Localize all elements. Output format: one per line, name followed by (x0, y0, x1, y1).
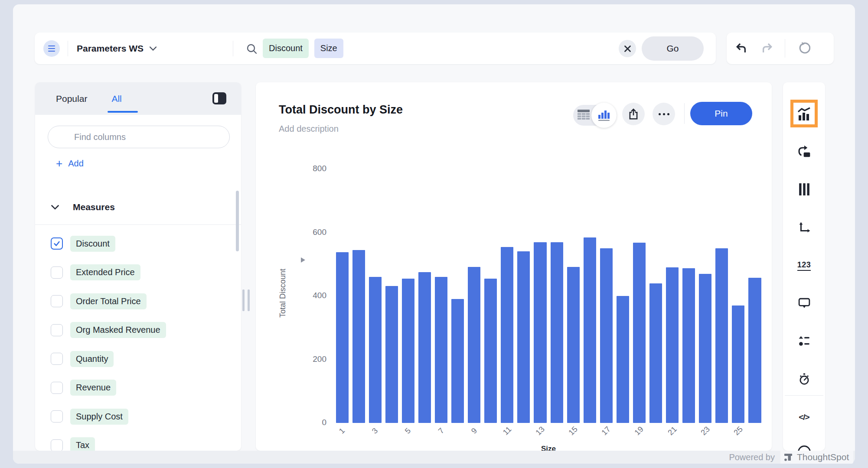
checkbox-extended-price[interactable] (51, 266, 63, 279)
x-tick-25: 25 (732, 425, 744, 437)
search-icon (246, 43, 258, 55)
undo-button[interactable] (734, 41, 748, 56)
axis-direction-arrow-icon (301, 257, 305, 263)
axes-icon (798, 222, 810, 233)
bar-size-3[interactable] (369, 277, 382, 423)
x-tick-5: 5 (403, 426, 413, 436)
x-tick-17: 17 (600, 425, 613, 437)
bar-size-11[interactable] (501, 247, 513, 423)
timer-button[interactable] (795, 370, 814, 389)
bar-size-6[interactable] (418, 272, 431, 423)
checkbox-supply-cost[interactable] (51, 410, 63, 422)
table-mode-button[interactable] (575, 107, 592, 123)
bar-chart-plot (334, 169, 763, 423)
bar-size-9[interactable] (468, 267, 480, 423)
bar-size-16[interactable] (584, 237, 596, 423)
chart-config-button[interactable] (795, 104, 814, 123)
checkbox-quantity[interactable] (51, 353, 63, 365)
bar-size-7[interactable] (435, 277, 447, 423)
bar-size-24[interactable] (715, 248, 728, 423)
more-options-button[interactable] (653, 103, 675, 125)
bar-size-2[interactable] (352, 250, 365, 423)
x-tick-9: 9 (470, 426, 479, 436)
reset-button[interactable] (796, 41, 811, 56)
powered-by-label: Powered by (729, 451, 775, 464)
checkbox-org-masked-revenue[interactable] (51, 324, 63, 336)
chart-mode-button[interactable] (591, 103, 617, 128)
checkbox-tax[interactable] (51, 439, 63, 451)
bar-size-10[interactable] (484, 279, 497, 423)
answer-title[interactable]: Total Discount by Size (279, 103, 403, 117)
tab-all[interactable]: All (111, 94, 121, 104)
measure-quantity[interactable]: Quantity (70, 351, 114, 367)
data-panel-menu-button[interactable] (43, 40, 60, 57)
panel-resize-handle[interactable] (242, 289, 250, 311)
bar-size-1[interactable] (336, 252, 349, 423)
measure-extended-price[interactable]: Extended Price (70, 264, 140, 280)
bar-size-23[interactable] (699, 274, 711, 423)
clear-search-button[interactable] (619, 40, 636, 57)
redo-button[interactable] (760, 41, 775, 56)
measure-supply-cost[interactable]: Supply Cost (70, 409, 128, 425)
go-button[interactable]: Go (642, 36, 704, 61)
checkbox-revenue[interactable] (51, 382, 63, 394)
panel-scrollbar-thumb[interactable] (236, 191, 239, 251)
measure-org-masked-revenue[interactable]: Org Masked Revenue (70, 322, 166, 338)
divider (68, 41, 68, 56)
worksheet-selector[interactable]: Parameters WS (77, 32, 157, 64)
bar-size-8[interactable] (451, 299, 464, 423)
bar-size-4[interactable] (385, 286, 398, 423)
search-token-list[interactable]: DiscountSize (263, 39, 343, 58)
y-axis-title[interactable]: Total Discount (278, 269, 287, 318)
measure-tax[interactable]: Tax (70, 437, 95, 451)
bar-size-20[interactable] (649, 283, 662, 423)
pin-button[interactable]: Pin (690, 102, 752, 125)
bar-size-14[interactable] (551, 242, 563, 423)
code-button[interactable]: </> (795, 408, 814, 427)
check-icon (53, 240, 61, 247)
bar-size-19[interactable] (633, 243, 646, 423)
chevron-down-icon (150, 46, 157, 51)
collapse-panel-button[interactable] (210, 89, 229, 108)
bar-size-21[interactable] (666, 267, 679, 423)
add-description[interactable]: Add description (279, 124, 339, 134)
bar-size-15[interactable] (567, 267, 580, 423)
add-column-button[interactable]: + Add (56, 158, 84, 169)
tab-popular[interactable]: Popular (56, 94, 87, 104)
measures-section-header[interactable]: Measures (35, 196, 241, 218)
search-token-discount[interactable]: Discount (263, 39, 309, 58)
x-tick-21: 21 (666, 425, 679, 437)
checkbox-order-total-price[interactable] (51, 295, 63, 307)
share-button[interactable] (622, 103, 645, 125)
checkbox-discount[interactable] (51, 237, 63, 250)
sort-button[interactable] (795, 332, 814, 351)
code-icon: </> (799, 413, 809, 422)
bar-size-13[interactable] (534, 242, 546, 423)
bar-size-26[interactable] (748, 278, 761, 423)
bar-size-18[interactable] (617, 296, 629, 423)
search-token-size[interactable]: Size (314, 39, 343, 58)
bar-size-5[interactable] (402, 279, 414, 423)
brand-logo: ThoughtSpot (780, 451, 853, 464)
x-axis-title[interactable]: Size (334, 445, 763, 451)
timer-icon (798, 373, 810, 385)
number-format-button[interactable]: 123 (795, 256, 814, 275)
bar-size-25[interactable] (732, 306, 744, 423)
bar-size-12[interactable] (517, 251, 530, 423)
find-columns-input[interactable] (48, 126, 230, 148)
sort-icon (799, 336, 810, 346)
measure-revenue[interactable]: Revenue (70, 380, 116, 396)
eye-icon (798, 445, 811, 451)
x-tick-7: 7 (437, 426, 446, 436)
change-visualization-button[interactable] (795, 142, 814, 161)
columns-button[interactable] (795, 180, 814, 199)
bar-size-17[interactable] (600, 248, 613, 423)
redo-icon (761, 42, 774, 55)
y-tick-800: 800 (300, 164, 326, 173)
measure-discount[interactable]: Discount (70, 236, 115, 252)
tooltip-button[interactable] (795, 294, 814, 313)
bar-size-22[interactable] (682, 268, 695, 423)
measure-order-total-price[interactable]: Order Total Price (70, 293, 147, 309)
axes-button[interactable] (795, 218, 814, 237)
eye-button[interactable] (795, 442, 814, 451)
